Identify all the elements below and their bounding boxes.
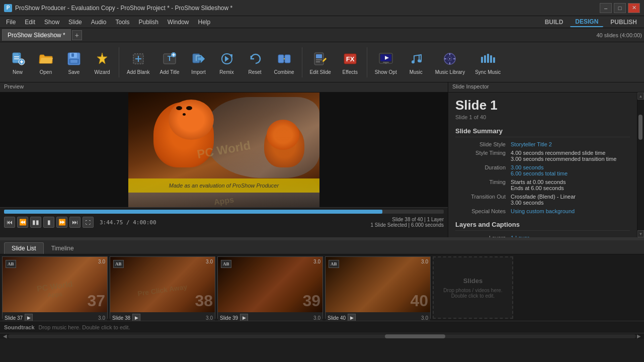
slide-39-play-button[interactable]: ▶ — [240, 314, 248, 321]
scroll-thumb[interactable] — [385, 334, 445, 338]
forward-button[interactable]: ⏩ — [56, 217, 67, 228]
toolbar-sep-1 — [119, 47, 119, 77]
prop-layers: Layers 1 Layer All layers have effects — [455, 235, 630, 237]
svg-rect-21 — [285, 55, 290, 63]
svg-rect-41 — [487, 54, 489, 63]
close-button[interactable]: ✕ — [628, 3, 640, 13]
prop-transition: Transition Out Crossfade (Blend) - Linea… — [455, 194, 630, 206]
slide-37-play-button[interactable]: ▶ — [25, 314, 33, 321]
menu-slide[interactable]: Slide — [64, 18, 86, 27]
timeline-tab[interactable]: Timeline — [44, 242, 82, 254]
sync-music-label: Sync Music — [475, 69, 501, 75]
add-blank-icon — [129, 50, 147, 68]
save-label: Save — [68, 69, 80, 75]
reset-button[interactable]: Reset — [242, 47, 269, 77]
reset-icon — [246, 50, 264, 68]
add-title-button[interactable]: T Add Title — [155, 47, 184, 77]
slide-list-tab[interactable]: Slide List — [4, 242, 44, 254]
fullscreen-button[interactable]: ⛶ — [83, 217, 94, 228]
pause-button[interactable]: ▮▮ — [30, 217, 41, 228]
tab-bar: ProShow Slideshow * + 40 slides (4:00:00… — [0, 28, 644, 42]
skip-end-button[interactable]: ⏭ — [69, 217, 80, 228]
add-blank-label: Add Blank — [127, 69, 150, 75]
slide-39-number-big: 39 — [302, 292, 320, 310]
slide-38-duration-badge: 3.0 — [206, 259, 213, 264]
open-button[interactable]: Open — [32, 47, 59, 77]
inspector-content: Slide 1 Slide 1 of 40 Slide Summary Slid… — [448, 93, 637, 237]
scroll-left-button[interactable]: ◀ — [2, 333, 8, 339]
prop-timing: Timing Starts at 0.00 seconds Ends at 6.… — [455, 179, 630, 191]
svg-rect-33 — [385, 63, 387, 64]
menu-show[interactable]: Show — [40, 18, 63, 27]
minimize-button[interactable]: – — [600, 3, 612, 13]
rewind-button[interactable]: ⏪ — [17, 217, 28, 228]
toolbar: New Open Save Wizard Add Blank T Add Tit… — [0, 42, 644, 82]
wizard-label: Wizard — [94, 69, 110, 75]
empty-slides-dropzone[interactable]: Slides Drop photos / videos here. Double… — [433, 256, 513, 319]
open-icon — [37, 50, 55, 68]
combine-icon — [275, 50, 293, 68]
music-library-button[interactable]: Music Library — [431, 47, 469, 77]
import-icon — [190, 50, 208, 68]
slide-38-play-button[interactable]: ▶ — [132, 314, 140, 321]
prop-special-notes: Special Notes Using custom background — [455, 208, 630, 214]
music-button[interactable]: Music — [403, 47, 430, 77]
tab-proshow-slideshow[interactable]: ProShow Slideshow * — [2, 29, 71, 41]
design-mode-button[interactable]: DESIGN — [570, 17, 603, 27]
menu-file[interactable]: File — [2, 18, 20, 27]
slide-40-play-button[interactable]: ▶ — [348, 314, 356, 321]
slide-39-thumb[interactable]: AB 3.0 39 Slide 39 ▶ 3.0 — [217, 256, 323, 319]
slide-38-thumb[interactable]: AB 3.0 38 Slide 38 ▶ 3.0 Pre Click Away — [110, 256, 215, 319]
bottom-scrollbar: ◀ ▶ — [0, 333, 644, 339]
playback-controls: ⏮ ⏪ ▮▮ ▮ ⏩ ⏭ ⛶ 3:44.75 / 4:00:00 Slide 3… — [0, 207, 448, 237]
progress-bar[interactable] — [4, 210, 444, 214]
inspector-scroll-down[interactable]: ▼ — [637, 230, 644, 237]
slide-37-thumb[interactable]: AB 3.0 37 Slide 37 ▶ 3.0 PC World Apps — [2, 256, 108, 319]
tab-add-button[interactable]: + — [72, 30, 82, 40]
new-button[interactable]: New — [4, 47, 31, 77]
slide-40-thumb[interactable]: AB 3.0 40 Slide 40 ▶ 3.0 — [325, 256, 431, 319]
edit-slide-button[interactable]: Edit Slide — [305, 47, 336, 77]
scroll-right-button[interactable]: ▶ — [636, 333, 642, 339]
new-label: New — [13, 69, 23, 75]
time-display: 3:44.75 / 4:00:00 — [100, 219, 156, 226]
svg-rect-24 — [316, 54, 322, 58]
svg-rect-20 — [278, 55, 284, 63]
effects-button[interactable]: FX Effects — [337, 47, 364, 77]
edit-slide-label: Edit Slide — [310, 69, 331, 75]
combine-button[interactable]: Combine — [270, 47, 299, 77]
save-button[interactable]: Save — [60, 47, 88, 77]
new-icon — [9, 50, 27, 68]
menu-window[interactable]: Window — [164, 18, 193, 27]
show-opt-button[interactable]: Show Opt — [370, 47, 401, 77]
slide-37-play-row: Slide 37 ▶ 3.0 — [3, 312, 107, 321]
svg-point-38 — [449, 58, 451, 59]
menu-tools[interactable]: Tools — [111, 18, 133, 27]
title-bar-text: ProShow Producer - Evaluation Copy - Pro… — [15, 5, 232, 12]
remix-button[interactable]: Remix — [213, 47, 240, 77]
maximize-button[interactable]: □ — [614, 3, 626, 13]
inspector-scroll-up[interactable]: ▲ — [637, 93, 644, 100]
progress-fill — [4, 210, 382, 214]
menu-audio[interactable]: Audio — [87, 18, 111, 27]
menu-help[interactable]: Help — [194, 18, 215, 27]
build-mode-button[interactable]: BUILD — [540, 18, 569, 27]
soundtrack-bar: Soundtrack Drop music here. Double click… — [0, 321, 644, 333]
inspector-panel: Slide Inspector Slide 1 Slide 1 of 40 Sl… — [448, 82, 644, 237]
menu-edit[interactable]: Edit — [21, 18, 39, 27]
wizard-button[interactable]: Wizard — [89, 47, 116, 77]
import-button[interactable]: Import — [185, 47, 212, 77]
app-icon-letter: P — [7, 5, 10, 11]
slide-39-image: AB 3.0 39 — [218, 257, 323, 312]
show-opt-icon — [377, 50, 395, 68]
inspector-scroll-thumb[interactable] — [638, 115, 642, 140]
stop-button[interactable]: ▮ — [43, 217, 54, 228]
svg-rect-40 — [484, 55, 486, 63]
sync-music-button[interactable]: Sync Music — [470, 47, 505, 77]
slide-40-image: AB 3.0 40 — [326, 257, 430, 312]
menu-publish[interactable]: Publish — [134, 18, 162, 27]
skip-start-button[interactable]: ⏮ — [4, 217, 15, 228]
add-blank-button[interactable]: Add Blank — [122, 47, 154, 77]
publish-mode-button[interactable]: PUBLISH — [605, 18, 642, 27]
slide-40-play-row: Slide 40 ▶ 3.0 — [326, 312, 430, 321]
